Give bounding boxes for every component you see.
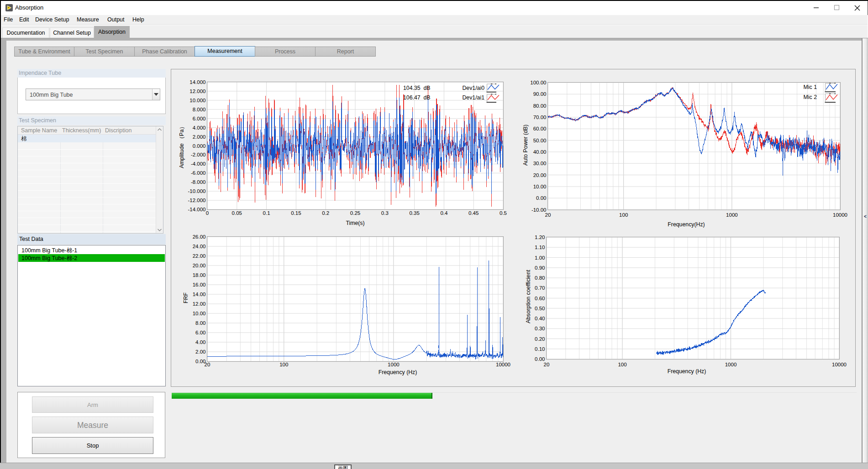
- svg-text:20: 20: [544, 362, 550, 367]
- svg-text:6.000: 6.000: [193, 116, 206, 121]
- svg-text:104.35 dB: 104.35 dB: [403, 85, 431, 91]
- svg-text:0.000: 0.000: [193, 143, 206, 149]
- svg-text:0.15: 0.15: [291, 210, 301, 216]
- svg-text:0.45: 0.45: [468, 210, 479, 216]
- svg-text:Dev1/ai0: Dev1/ai0: [462, 85, 484, 91]
- svg-text:106.47 dB: 106.47 dB: [403, 94, 431, 101]
- svg-text:1000: 1000: [726, 212, 738, 218]
- svg-text:0.40: 0.40: [535, 316, 545, 321]
- svg-text:14.000: 14.000: [189, 79, 205, 85]
- svg-text:4.00: 4.00: [195, 339, 205, 345]
- svg-text:70.00: 70.00: [533, 115, 547, 120]
- svg-text:-6.000: -6.000: [191, 170, 206, 176]
- svg-text:-10.00: -10.00: [531, 207, 547, 213]
- svg-text:22.00: 22.00: [193, 253, 206, 259]
- svg-text:0.00: 0.00: [536, 195, 546, 201]
- svg-text:0.2: 0.2: [322, 210, 329, 216]
- svg-text:-8.000: -8.000: [191, 179, 206, 185]
- svg-text:80.00: 80.00: [533, 103, 547, 109]
- svg-text:8.000: 8.000: [193, 107, 206, 112]
- svg-text:30.00: 30.00: [533, 161, 547, 166]
- svg-text:Absorption coefficient: Absorption coefficient: [525, 270, 531, 323]
- svg-text:0.30: 0.30: [535, 326, 545, 331]
- svg-text:0.10: 0.10: [535, 346, 545, 352]
- svg-text:16.00: 16.00: [193, 282, 206, 287]
- svg-text:0.5: 0.5: [500, 210, 507, 216]
- svg-text:100: 100: [619, 212, 628, 218]
- svg-text:1.10: 1.10: [535, 245, 545, 250]
- svg-text:50.00: 50.00: [533, 138, 547, 143]
- svg-text:Time(s): Time(s): [346, 220, 364, 226]
- svg-text:Mic 1: Mic 1: [804, 84, 817, 90]
- svg-text:60.00: 60.00: [533, 126, 547, 131]
- svg-text:-14.000: -14.000: [188, 207, 205, 212]
- svg-text:100: 100: [279, 362, 288, 367]
- svg-text:4.000: 4.000: [193, 125, 206, 130]
- svg-text:-2.000: -2.000: [191, 152, 206, 157]
- svg-text:2.00: 2.00: [195, 349, 205, 354]
- svg-text:10.00: 10.00: [193, 311, 206, 316]
- svg-text:8.00: 8.00: [195, 320, 205, 326]
- svg-text:20: 20: [205, 362, 210, 367]
- svg-text:Amplitude （Pa）: Amplitude （Pa）: [179, 124, 185, 168]
- svg-text:Mic 2: Mic 2: [804, 94, 817, 100]
- svg-text:1.00: 1.00: [535, 255, 545, 261]
- svg-text:0.35: 0.35: [409, 210, 419, 216]
- svg-text:0.05: 0.05: [232, 210, 242, 216]
- svg-text:10000: 10000: [496, 362, 510, 367]
- svg-text:12.00: 12.00: [193, 301, 206, 307]
- svg-text:6.00: 6.00: [195, 330, 205, 335]
- svg-text:20.00: 20.00: [533, 172, 547, 178]
- svg-text:10.00: 10.00: [533, 184, 547, 189]
- svg-text:100.00: 100.00: [530, 80, 546, 85]
- svg-text:1000: 1000: [388, 362, 400, 367]
- svg-text:2.000: 2.000: [193, 134, 206, 140]
- svg-text:Frequency (Hz): Frequency (Hz): [379, 369, 417, 375]
- svg-text:-12.000: -12.000: [188, 198, 205, 203]
- svg-text:Frequency(Hz): Frequency(Hz): [668, 221, 705, 228]
- svg-text:0.80: 0.80: [535, 275, 545, 281]
- svg-text:0.3: 0.3: [381, 210, 389, 216]
- svg-text:12.000: 12.000: [189, 89, 205, 94]
- svg-text:26.00: 26.00: [193, 234, 206, 240]
- svg-text:20: 20: [545, 212, 551, 218]
- svg-text:90.00: 90.00: [533, 91, 547, 97]
- svg-text:Dev1/ai1: Dev1/ai1: [462, 94, 484, 101]
- svg-text:0.20: 0.20: [535, 336, 545, 342]
- svg-text:1.20: 1.20: [535, 234, 545, 240]
- svg-text:40.00: 40.00: [533, 149, 547, 155]
- svg-text:10.000: 10.000: [189, 98, 205, 103]
- svg-text:0.25: 0.25: [350, 210, 360, 216]
- svg-text:0.1: 0.1: [263, 210, 270, 216]
- svg-text:FRF: FRF: [183, 292, 189, 303]
- svg-text:24.00: 24.00: [193, 244, 206, 249]
- svg-text:0.70: 0.70: [535, 285, 545, 291]
- svg-text:14.00: 14.00: [193, 292, 206, 297]
- svg-text:18.00: 18.00: [193, 272, 206, 278]
- svg-text:0.90: 0.90: [535, 265, 545, 271]
- svg-text:10000: 10000: [832, 362, 847, 367]
- svg-text:10000: 10000: [833, 212, 847, 218]
- svg-text:0: 0: [206, 210, 209, 216]
- svg-text:0.50: 0.50: [535, 306, 545, 311]
- svg-text:20.00: 20.00: [193, 263, 206, 268]
- svg-text:1000: 1000: [725, 362, 737, 367]
- svg-text:100: 100: [618, 362, 626, 367]
- svg-text:0.60: 0.60: [535, 296, 545, 301]
- svg-text:Frequency (Hz): Frequency (Hz): [668, 368, 706, 375]
- svg-text:-4.000: -4.000: [191, 161, 206, 167]
- svg-text:-10.000: -10.000: [188, 188, 205, 194]
- svg-text:Auto Power (dB): Auto Power (dB): [522, 125, 529, 166]
- svg-text:0.00: 0.00: [535, 356, 545, 362]
- svg-text:0.4: 0.4: [440, 210, 448, 216]
